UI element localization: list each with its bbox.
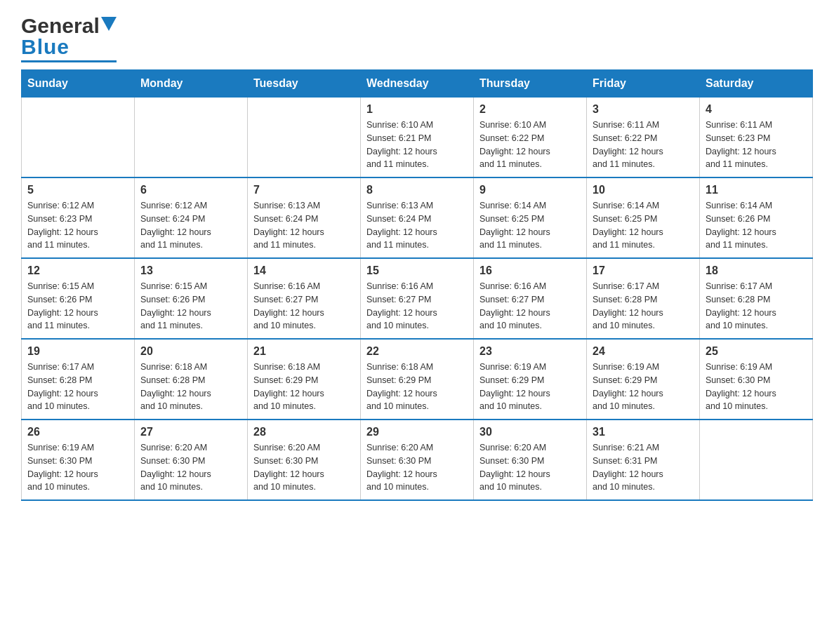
calendar-week-row: 26Sunrise: 6:19 AMSunset: 6:30 PMDayligh…: [22, 420, 813, 500]
sun-info: Sunrise: 6:11 AMSunset: 6:23 PMDaylight:…: [706, 119, 807, 171]
day-number: 22: [366, 345, 468, 358]
weekday-header-friday: Friday: [587, 70, 700, 98]
sun-info: Sunrise: 6:17 AMSunset: 6:28 PMDaylight:…: [593, 280, 694, 333]
day-number: 1: [366, 103, 468, 116]
calendar-week-row: 1Sunrise: 6:10 AMSunset: 6:21 PMDaylight…: [22, 98, 813, 178]
svg-marker-0: [101, 17, 117, 31]
sun-info: Sunrise: 6:19 AMSunset: 6:30 PMDaylight:…: [706, 361, 807, 413]
day-number: 18: [706, 264, 807, 277]
calendar-day-26: 26Sunrise: 6:19 AMSunset: 6:30 PMDayligh…: [22, 420, 135, 500]
calendar-day-23: 23Sunrise: 6:19 AMSunset: 6:29 PMDayligh…: [474, 339, 587, 420]
logo-triangle-icon: [101, 17, 117, 31]
calendar-empty-cell: [22, 98, 135, 178]
day-number: 23: [479, 345, 581, 358]
sun-info: Sunrise: 6:17 AMSunset: 6:28 PMDaylight:…: [706, 280, 807, 333]
calendar-day-27: 27Sunrise: 6:20 AMSunset: 6:30 PMDayligh…: [135, 420, 248, 500]
day-number: 26: [27, 426, 128, 438]
sun-info: Sunrise: 6:18 AMSunset: 6:29 PMDaylight:…: [366, 361, 468, 413]
calendar-day-18: 18Sunrise: 6:17 AMSunset: 6:28 PMDayligh…: [700, 258, 813, 339]
day-number: 29: [366, 426, 468, 438]
sun-info: Sunrise: 6:20 AMSunset: 6:30 PMDaylight:…: [479, 441, 581, 494]
calendar-day-16: 16Sunrise: 6:16 AMSunset: 6:27 PMDayligh…: [474, 258, 587, 339]
sun-info: Sunrise: 6:18 AMSunset: 6:29 PMDaylight:…: [253, 361, 355, 413]
sun-info: Sunrise: 6:14 AMSunset: 6:25 PMDaylight:…: [593, 199, 694, 252]
day-number: 28: [253, 426, 355, 438]
calendar-day-20: 20Sunrise: 6:18 AMSunset: 6:28 PMDayligh…: [135, 339, 248, 420]
logo: General Blue: [21, 14, 117, 62]
calendar-day-5: 5Sunrise: 6:12 AMSunset: 6:23 PMDaylight…: [22, 177, 135, 258]
day-number: 9: [479, 184, 581, 196]
calendar-week-row: 12Sunrise: 6:15 AMSunset: 6:26 PMDayligh…: [22, 258, 813, 339]
calendar-day-28: 28Sunrise: 6:20 AMSunset: 6:30 PMDayligh…: [248, 420, 361, 500]
day-number: 11: [706, 184, 807, 196]
sun-info: Sunrise: 6:11 AMSunset: 6:22 PMDaylight:…: [593, 119, 694, 171]
day-number: 21: [253, 345, 355, 358]
calendar-day-15: 15Sunrise: 6:16 AMSunset: 6:27 PMDayligh…: [361, 258, 474, 339]
calendar-empty-cell: [700, 420, 813, 500]
weekday-header-monday: Monday: [135, 70, 248, 98]
sun-info: Sunrise: 6:16 AMSunset: 6:27 PMDaylight:…: [366, 280, 468, 333]
calendar-day-9: 9Sunrise: 6:14 AMSunset: 6:25 PMDaylight…: [474, 177, 587, 258]
calendar-day-30: 30Sunrise: 6:20 AMSunset: 6:30 PMDayligh…: [474, 420, 587, 500]
calendar-body: 1Sunrise: 6:10 AMSunset: 6:21 PMDaylight…: [22, 98, 813, 501]
logo-underline: [21, 60, 117, 62]
calendar-day-25: 25Sunrise: 6:19 AMSunset: 6:30 PMDayligh…: [700, 339, 813, 420]
day-number: 12: [27, 264, 128, 277]
day-number: 19: [27, 345, 128, 358]
weekday-header-tuesday: Tuesday: [248, 70, 361, 98]
sun-info: Sunrise: 6:15 AMSunset: 6:26 PMDaylight:…: [140, 280, 241, 333]
day-number: 14: [253, 264, 355, 277]
calendar-day-3: 3Sunrise: 6:11 AMSunset: 6:22 PMDaylight…: [587, 98, 700, 178]
day-number: 4: [706, 103, 807, 116]
day-number: 7: [253, 184, 355, 196]
calendar-day-22: 22Sunrise: 6:18 AMSunset: 6:29 PMDayligh…: [361, 339, 474, 420]
sun-info: Sunrise: 6:19 AMSunset: 6:29 PMDaylight:…: [479, 361, 581, 413]
day-number: 27: [140, 426, 241, 438]
sun-info: Sunrise: 6:19 AMSunset: 6:29 PMDaylight:…: [593, 361, 694, 413]
weekday-header-thursday: Thursday: [474, 70, 587, 98]
sun-info: Sunrise: 6:16 AMSunset: 6:27 PMDaylight:…: [479, 280, 581, 333]
day-number: 5: [27, 184, 128, 196]
sun-info: Sunrise: 6:20 AMSunset: 6:30 PMDaylight:…: [253, 441, 355, 494]
calendar-day-6: 6Sunrise: 6:12 AMSunset: 6:24 PMDaylight…: [135, 177, 248, 258]
sun-info: Sunrise: 6:18 AMSunset: 6:28 PMDaylight:…: [140, 361, 241, 413]
day-number: 20: [140, 345, 241, 358]
calendar-day-31: 31Sunrise: 6:21 AMSunset: 6:31 PMDayligh…: [587, 420, 700, 500]
sun-info: Sunrise: 6:10 AMSunset: 6:21 PMDaylight:…: [366, 119, 468, 171]
weekday-header-sunday: Sunday: [22, 70, 135, 98]
weekday-header-wednesday: Wednesday: [361, 70, 474, 98]
day-number: 30: [479, 426, 581, 438]
logo-general: General: [21, 14, 100, 38]
calendar-day-2: 2Sunrise: 6:10 AMSunset: 6:22 PMDaylight…: [474, 98, 587, 178]
sun-info: Sunrise: 6:15 AMSunset: 6:26 PMDaylight:…: [27, 280, 128, 333]
day-number: 25: [706, 345, 807, 358]
sun-info: Sunrise: 6:13 AMSunset: 6:24 PMDaylight:…: [366, 199, 468, 252]
sun-info: Sunrise: 6:14 AMSunset: 6:26 PMDaylight:…: [706, 199, 807, 252]
day-number: 3: [593, 103, 694, 116]
sun-info: Sunrise: 6:12 AMSunset: 6:24 PMDaylight:…: [140, 199, 241, 252]
calendar-day-11: 11Sunrise: 6:14 AMSunset: 6:26 PMDayligh…: [700, 177, 813, 258]
sun-info: Sunrise: 6:13 AMSunset: 6:24 PMDaylight:…: [253, 199, 355, 252]
calendar-week-row: 19Sunrise: 6:17 AMSunset: 6:28 PMDayligh…: [22, 339, 813, 420]
day-number: 31: [593, 426, 694, 438]
calendar-empty-cell: [135, 98, 248, 178]
calendar-day-21: 21Sunrise: 6:18 AMSunset: 6:29 PMDayligh…: [248, 339, 361, 420]
sun-info: Sunrise: 6:10 AMSunset: 6:22 PMDaylight:…: [479, 119, 581, 171]
calendar-day-24: 24Sunrise: 6:19 AMSunset: 6:29 PMDayligh…: [587, 339, 700, 420]
calendar-day-14: 14Sunrise: 6:16 AMSunset: 6:27 PMDayligh…: [248, 258, 361, 339]
sun-info: Sunrise: 6:19 AMSunset: 6:30 PMDaylight:…: [27, 441, 128, 494]
calendar-day-10: 10Sunrise: 6:14 AMSunset: 6:25 PMDayligh…: [587, 177, 700, 258]
calendar-day-19: 19Sunrise: 6:17 AMSunset: 6:28 PMDayligh…: [22, 339, 135, 420]
calendar-day-13: 13Sunrise: 6:15 AMSunset: 6:26 PMDayligh…: [135, 258, 248, 339]
day-number: 24: [593, 345, 694, 358]
calendar-day-1: 1Sunrise: 6:10 AMSunset: 6:21 PMDaylight…: [361, 98, 474, 178]
day-number: 17: [593, 264, 694, 277]
calendar-week-row: 5Sunrise: 6:12 AMSunset: 6:23 PMDaylight…: [22, 177, 813, 258]
calendar-day-7: 7Sunrise: 6:13 AMSunset: 6:24 PMDaylight…: [248, 177, 361, 258]
day-number: 2: [479, 103, 581, 116]
sun-info: Sunrise: 6:21 AMSunset: 6:31 PMDaylight:…: [593, 441, 694, 494]
day-number: 13: [140, 264, 241, 277]
sun-info: Sunrise: 6:16 AMSunset: 6:27 PMDaylight:…: [253, 280, 355, 333]
weekday-header-saturday: Saturday: [700, 70, 813, 98]
logo-blue: Blue: [21, 35, 70, 59]
